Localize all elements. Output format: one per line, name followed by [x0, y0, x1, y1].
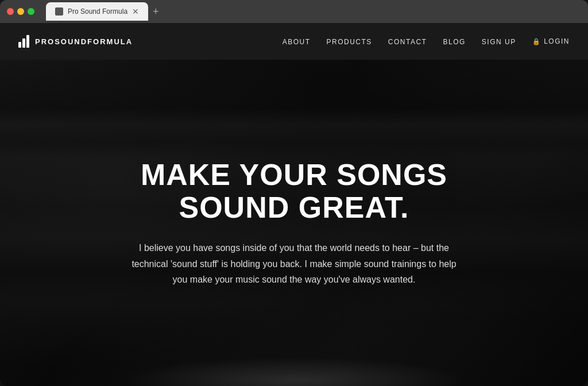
- logo-icon: [18, 35, 29, 48]
- new-tab-button[interactable]: +: [150, 3, 161, 20]
- nav-item-contact[interactable]: CONTACT: [388, 36, 427, 47]
- nav-link-about[interactable]: ABOUT: [283, 38, 311, 46]
- active-tab[interactable]: Pro Sound Formula ✕: [46, 2, 148, 21]
- site-navigation: PROSOUNDFORMULA ABOUT PRODUCTS CONTACT B…: [0, 23, 588, 60]
- brand-logo-link[interactable]: PROSOUNDFORMULA: [18, 35, 133, 48]
- nav-item-blog[interactable]: BLOG: [443, 36, 465, 47]
- hero-section: MAKE YOUR SONGS SOUND GREAT. I believe y…: [0, 60, 588, 386]
- hero-title: MAKE YOUR SONGS SOUND GREAT.: [116, 159, 472, 224]
- tab-title: Pro Sound Formula: [68, 7, 127, 16]
- minimize-button[interactable]: [17, 8, 24, 15]
- traffic-lights: [7, 8, 34, 15]
- nav-item-products[interactable]: PRODUCTS: [327, 36, 372, 47]
- nav-links: ABOUT PRODUCTS CONTACT BLOG SIGN UP 🔒: [283, 36, 570, 47]
- browser-titlebar: Pro Sound Formula ✕ +: [0, 0, 588, 23]
- website: PROSOUNDFORMULA ABOUT PRODUCTS CONTACT B…: [0, 23, 588, 386]
- nav-item-signup[interactable]: SIGN UP: [482, 36, 516, 47]
- close-button[interactable]: [7, 8, 14, 15]
- hero-subtitle: I believe you have songs inside of you t…: [127, 240, 461, 287]
- nav-item-login[interactable]: 🔒 LOGIN: [532, 37, 570, 45]
- nav-link-products[interactable]: PRODUCTS: [327, 38, 372, 46]
- lock-icon: 🔒: [532, 38, 541, 45]
- nav-link-signup[interactable]: SIGN UP: [482, 38, 516, 46]
- tab-close-button[interactable]: ✕: [132, 7, 139, 16]
- browser-tabs: Pro Sound Formula ✕ +: [46, 2, 581, 21]
- brand-name: PROSOUNDFORMULA: [35, 37, 133, 46]
- hero-content: MAKE YOUR SONGS SOUND GREAT. I believe y…: [93, 159, 495, 287]
- browser-window: Pro Sound Formula ✕ + PROSOUNDFORMULA AB…: [0, 0, 588, 386]
- maximize-button[interactable]: [28, 8, 34, 15]
- nav-link-login[interactable]: 🔒 LOGIN: [532, 37, 570, 45]
- nav-item-about[interactable]: ABOUT: [283, 36, 311, 47]
- tab-favicon: [55, 7, 63, 16]
- nav-link-blog[interactable]: BLOG: [443, 38, 465, 46]
- nav-link-contact[interactable]: CONTACT: [388, 38, 427, 46]
